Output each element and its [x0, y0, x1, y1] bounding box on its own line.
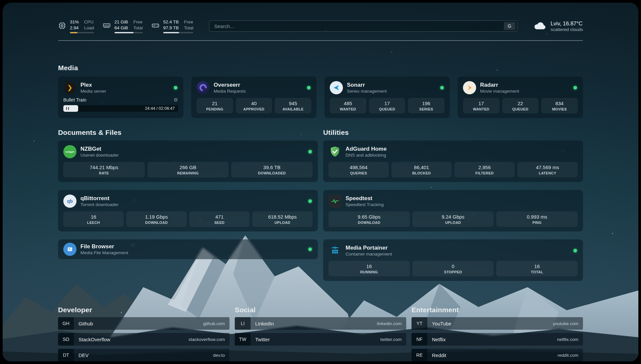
- documents-column: Documents & Files nzbget NZBGet Usenet d…: [58, 129, 318, 259]
- bookmark-abbr: RE: [412, 349, 427, 361]
- service-card-radarr[interactable]: Radarr Movie management 17 WANTED 22 QUE…: [458, 76, 583, 118]
- bookmark-name: StackOverflow: [74, 337, 110, 342]
- ram-icon: [103, 21, 111, 31]
- stat-box: 0 STOPPED: [412, 261, 494, 276]
- stat-label: LATENCY: [519, 171, 576, 175]
- filebrowser-icon: [63, 243, 76, 256]
- ram-total-label: Total: [133, 25, 143, 31]
- bookmark-linkedin[interactable]: LI LinkedIn linkedin.com: [235, 317, 406, 330]
- stat-label: REMAINING: [149, 171, 228, 175]
- stat-box: 744.21 Mbps RATE: [63, 162, 145, 177]
- utilities-column: Utilities AdGuard Home: [323, 129, 583, 281]
- stat-box: 21 PENDING: [197, 98, 233, 113]
- bookmark-abbr: SO: [58, 333, 74, 346]
- search-engine-badge[interactable]: G: [504, 22, 515, 30]
- ram-free-label: Free: [133, 19, 143, 25]
- stat-box: 86,401 BLOCKED: [391, 162, 452, 177]
- service-card-plex[interactable]: ❯ Plex Media server Bullet Train ⚙ 24:44…: [58, 76, 183, 118]
- weather-widget: Lviv, 16.87°C scattered clouds: [533, 20, 583, 32]
- stat-value: 0.993 ms: [498, 214, 576, 220]
- cpu-load-label: Load: [84, 25, 94, 31]
- stat-label: PENDING: [198, 107, 232, 111]
- bookmark-url: netflix.com: [557, 337, 583, 342]
- adguard-icon: [328, 145, 342, 158]
- cpu-load-value: 2.94: [70, 25, 79, 31]
- bookmark-youtube[interactable]: YT YouTube youtube.com: [412, 317, 583, 330]
- stat-label: WANTED: [464, 107, 498, 111]
- service-card-qbittorrent[interactable]: qb qBittorrent Torrent downloader 16 LEE…: [58, 190, 318, 231]
- media-card-row: ❯ Plex Media server Bullet Train ⚙ 24:44…: [58, 76, 583, 118]
- bookmark-abbr: LI: [235, 317, 251, 330]
- stat-value: 21: [198, 100, 232, 106]
- bookmark-url: github.com: [203, 321, 229, 326]
- playback-time: 24:44 / 02:06:47: [145, 106, 175, 111]
- bookmark-url: youtube.com: [553, 321, 583, 326]
- service-card-speedtest[interactable]: Speedtest Speedtest Tracking 9.65 Gbps D…: [323, 190, 583, 231]
- bookmark-reddit[interactable]: RE Reddit reddit.com: [412, 349, 583, 361]
- stat-label: MOVIES: [542, 107, 576, 111]
- service-card-sonarr[interactable]: Sonarr Series management 485 WANTED 17 Q…: [324, 76, 450, 118]
- stat-value: 9.65 Gbps: [330, 214, 409, 220]
- service-desc: Movie management: [480, 88, 519, 94]
- bookmark-stackoverflow[interactable]: SO StackOverflow stackoverflow.com: [58, 333, 229, 346]
- stat-label: UPLOAD: [414, 221, 493, 225]
- stat-label: TOTAL: [498, 270, 576, 274]
- bookmark-abbr: GH: [58, 317, 74, 330]
- bookmark-netflix[interactable]: NF Netflix netflix.com: [412, 333, 583, 346]
- service-desc: Media File Management: [80, 250, 128, 256]
- stat-box: 945 AVAILABLE: [275, 98, 311, 113]
- cpu-icon: [58, 21, 66, 31]
- stat-box: 17 WANTED: [463, 98, 500, 113]
- bookmark-name: YouTube: [427, 321, 451, 326]
- bookmark-twitter[interactable]: TW Twitter twitter.com: [235, 333, 406, 346]
- stat-label: BLOCKED: [393, 171, 450, 175]
- stat-value: 485: [331, 100, 365, 106]
- service-card-overseerr[interactable]: Overseerr Media Requests 21 PENDING 40 A…: [191, 76, 317, 118]
- stat-box: 498,564 QUERIES: [328, 162, 389, 177]
- service-name: AdGuard Home: [346, 145, 387, 152]
- stat-label: DOWNLOAD: [128, 221, 185, 225]
- search-input[interactable]: [214, 23, 504, 29]
- bookmark-github[interactable]: GH Github github.com: [58, 317, 229, 330]
- cpu-usage-value: 31%: [70, 19, 79, 25]
- stat-value: 266 GB: [149, 164, 228, 170]
- entertainment-column: Entertainment YT YouTube youtube.com NF …: [412, 306, 583, 361]
- playback-progress-bar[interactable]: 24:44 / 02:06:47: [63, 105, 178, 112]
- gear-icon[interactable]: ⚙: [174, 97, 178, 103]
- stat-label: SERIES: [409, 107, 443, 111]
- stat-box: 39.6 TB DOWNLOADED: [231, 162, 313, 177]
- topbar-divider: [58, 40, 583, 41]
- stat-label: FILTERED: [456, 171, 513, 175]
- stat-value: 17: [464, 100, 498, 106]
- stat-value: 744.21 Mbps: [65, 164, 143, 170]
- ram-free-value: 21 GiB: [114, 19, 128, 25]
- pause-icon[interactable]: [66, 107, 69, 110]
- stat-box: 618.52 Mbps UPLOAD: [252, 211, 313, 227]
- stat-label: DOWNLOAD: [330, 221, 409, 225]
- status-online-dot: [573, 86, 577, 90]
- sonarr-icon: [330, 81, 343, 94]
- service-desc: Container management: [346, 251, 392, 257]
- service-card-nzbget[interactable]: nzbget NZBGet Usenet downloader 744.21 M…: [58, 140, 318, 182]
- bookmark-name: Netflix: [427, 337, 446, 342]
- service-card-filebrowser[interactable]: File Browser Media File Management: [58, 239, 318, 259]
- stat-label: QUEUED: [504, 107, 537, 111]
- disk-icon: [151, 21, 160, 31]
- bookmark-name: Github: [74, 321, 93, 326]
- stat-value: 618.52 Mbps: [254, 214, 311, 220]
- service-card-adguard[interactable]: AdGuard Home DNS and adblocking 498,564 …: [323, 140, 583, 182]
- stat-box: 40 APPROVED: [236, 98, 272, 113]
- weather-condition: scattered clouds: [551, 27, 583, 32]
- bookmark-url: dev.to: [213, 353, 229, 358]
- bookmark-abbr: TW: [235, 333, 251, 346]
- stat-label: RUNNING: [330, 270, 409, 274]
- stat-box: 1.19 Gbps DOWNLOAD: [126, 211, 187, 227]
- service-name: Sonarr: [347, 81, 387, 88]
- stat-label: RATE: [65, 171, 143, 175]
- service-name: Plex: [80, 81, 106, 88]
- service-card-portainer[interactable]: Media Portainer Container management 16 …: [323, 239, 583, 281]
- stat-value: 2,956: [456, 164, 513, 170]
- stat-value: 16: [65, 214, 122, 220]
- service-desc: Torrent downloader: [80, 202, 119, 207]
- bookmark-dev[interactable]: DT DEV dev.to: [58, 349, 229, 361]
